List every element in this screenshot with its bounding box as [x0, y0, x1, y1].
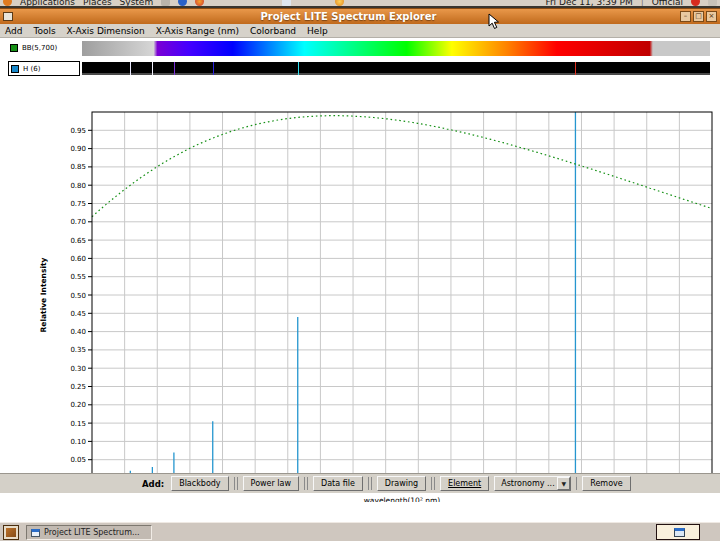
clock[interactable]: Fri Dec 11, 3:39 PM	[545, 0, 632, 7]
task-button-label: Project LITE Spectrum...	[44, 528, 140, 537]
svg-text:0.05: 0.05	[70, 456, 86, 464]
ubuntu-logo-icon[interactable]	[3, 0, 12, 6]
emission-line	[152, 62, 153, 75]
blackbody-button[interactable]: Blackbody	[171, 476, 228, 491]
svg-text:0.25: 0.25	[70, 383, 86, 391]
panel-separator: |	[641, 0, 644, 7]
maximize-button[interactable]: □	[693, 11, 704, 22]
svg-text:0.30: 0.30	[70, 365, 86, 373]
panel-right-label: Official	[652, 0, 683, 7]
svg-text:0.20: 0.20	[70, 401, 86, 409]
close-button[interactable]: ×	[706, 11, 717, 22]
menu-colorband[interactable]: Colorband	[250, 26, 296, 36]
svg-text:0.95: 0.95	[70, 127, 86, 135]
hydrogen-emission-band	[82, 62, 710, 75]
astronomy-dropdown[interactable]: Astronomy ... ▼	[494, 476, 571, 491]
menu-applications[interactable]: Applications	[20, 0, 75, 7]
help-icon[interactable]	[178, 0, 187, 6]
chevron-down-icon[interactable]: ▼	[557, 477, 570, 490]
svg-text:0.15: 0.15	[70, 420, 86, 428]
astronomy-dropdown-value: Astronomy ...	[495, 479, 557, 488]
titlebar[interactable]: Project LITE Spectrum Explorer – □ ×	[0, 8, 720, 24]
show-desktop-button[interactable]	[3, 525, 19, 540]
continuous-spectrum-band	[82, 41, 710, 56]
svg-text:0.40: 0.40	[70, 328, 86, 336]
menu-help[interactable]: Help	[307, 26, 328, 36]
window-icon[interactable]	[3, 12, 13, 21]
svg-text:0.75: 0.75	[70, 200, 86, 208]
status-icon-red[interactable]	[691, 0, 700, 6]
svg-text:0.45: 0.45	[70, 310, 86, 318]
power-law-button[interactable]: Power law	[243, 476, 299, 491]
task-button[interactable]: Project LITE Spectrum...	[26, 525, 152, 540]
emission-line	[575, 62, 576, 75]
menu-tools[interactable]: Tools	[33, 26, 55, 36]
divider	[304, 477, 308, 490]
divider	[576, 477, 577, 490]
divider	[368, 477, 372, 490]
menu-add[interactable]: Add	[5, 26, 22, 36]
emission-line	[130, 62, 131, 75]
screen: Applications Places System Fri Dec 11, 3…	[0, 0, 720, 541]
blackbody-swatch	[10, 44, 18, 52]
menu-places[interactable]: Places	[83, 0, 112, 7]
svg-text:0.80: 0.80	[70, 182, 86, 190]
workspace-window-icon	[674, 528, 685, 537]
svg-text:wavelength(10² nm): wavelength(10² nm)	[364, 496, 441, 502]
window-title: Project LITE Spectrum Explorer	[17, 11, 680, 22]
add-label: Add:	[142, 479, 164, 489]
cursor-pointer	[488, 13, 500, 31]
emission-line	[213, 62, 214, 75]
spectrum-chart: 3.63.84.04.24.44.64.85.05.25.45.65.86.06…	[0, 88, 720, 502]
menu-x-axis-dimension[interactable]: X-Axis Dimension	[67, 26, 145, 36]
svg-text:0.65: 0.65	[70, 237, 86, 245]
svg-text:0.90: 0.90	[70, 145, 86, 153]
menu-x-axis-range[interactable]: X-Axis Range (nm)	[156, 26, 239, 36]
divider	[431, 477, 435, 490]
mail-icon[interactable]	[161, 0, 170, 6]
svg-text:0.70: 0.70	[70, 218, 86, 226]
svg-text:0.35: 0.35	[70, 346, 86, 354]
emission-line	[298, 62, 299, 75]
blackbody-legend-label: BB(5,700)	[22, 44, 57, 52]
emission-line	[174, 62, 175, 75]
app-window: Project LITE Spectrum Explorer – □ × Add…	[0, 8, 720, 522]
task-window-icon	[31, 529, 40, 537]
desktop-top-panel: Applications Places System Fri Dec 11, 3…	[0, 0, 720, 8]
taskbar: Project LITE Spectrum...	[0, 522, 720, 541]
hydrogen-legend-label: H (6)	[23, 65, 40, 73]
workspace-switcher[interactable]	[656, 524, 700, 540]
minimize-button[interactable]: –	[680, 11, 691, 22]
svg-text:0.60: 0.60	[70, 255, 86, 263]
drawing-button[interactable]: Drawing	[377, 476, 426, 491]
add-button-bar: Add: Blackbody Power law Data file Drawi…	[0, 473, 720, 493]
svg-text:Relative Intensity: Relative Intensity	[39, 257, 48, 332]
remove-button[interactable]: Remove	[582, 476, 630, 491]
update-icon[interactable]	[335, 0, 344, 6]
flag-icon[interactable]	[282, 0, 291, 6]
divider	[234, 477, 238, 490]
menu-system[interactable]: System	[120, 0, 154, 7]
svg-text:0.50: 0.50	[70, 292, 86, 300]
data-file-button[interactable]: Data file	[313, 476, 363, 491]
svg-text:0.55: 0.55	[70, 273, 86, 281]
element-button[interactable]: Element	[440, 476, 489, 491]
menubar: Add Tools X-Axis Dimension X-Axis Range …	[0, 24, 720, 38]
firefox-icon[interactable]	[195, 0, 204, 6]
volume-icon[interactable]	[708, 0, 717, 6]
legend-hydrogen[interactable]: H (6)	[8, 61, 80, 76]
hydrogen-swatch	[11, 65, 19, 73]
svg-text:0.10: 0.10	[70, 438, 86, 446]
svg-text:0.85: 0.85	[70, 163, 86, 171]
legend-blackbody[interactable]: BB(5,700)	[8, 40, 80, 55]
